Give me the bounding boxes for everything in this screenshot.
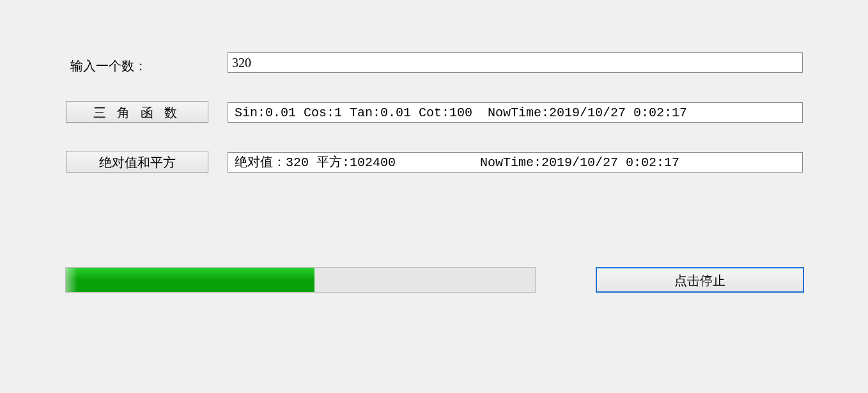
stop-button[interactable]: 点击停止 (596, 267, 804, 293)
input-number-label: 输入一个数： (70, 58, 147, 75)
abs-square-output: 绝对值：320 平方:102400 NowTime:2019/10/27 0:0… (228, 152, 803, 173)
abs-square-button[interactable]: 绝对值和平方 (66, 151, 208, 173)
progress-bar-fill (66, 268, 314, 292)
trig-output: Sin:0.01 Cos:1 Tan:0.01 Cot:100 NowTime:… (228, 102, 803, 123)
input-number-field[interactable] (228, 52, 803, 73)
trig-button[interactable]: 三 角 函 数 (66, 101, 208, 123)
progress-bar (65, 267, 536, 293)
